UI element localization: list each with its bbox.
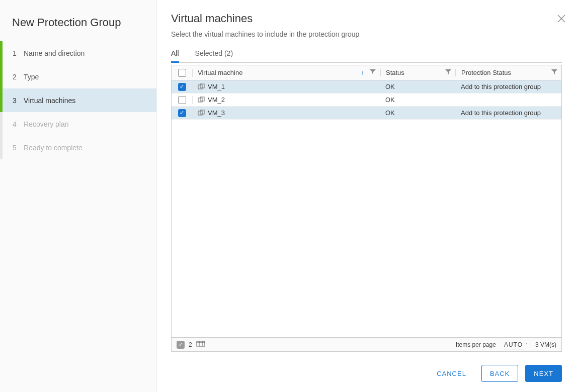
tab-selected[interactable]: Selected (2) — [195, 47, 233, 63]
step-virtual-machines[interactable]: 3 Virtual machines — [0, 88, 156, 112]
table-row[interactable]: VM_1 OK Add to this protection group — [172, 80, 561, 93]
step-ready-to-complete: 5 Ready to complete — [0, 136, 156, 159]
column-header-protection[interactable]: Protection Status — [456, 69, 561, 76]
tab-bar: All Selected (2) — [171, 47, 562, 63]
vm-status: OK — [380, 83, 456, 90]
row-checkbox[interactable] — [178, 109, 186, 117]
vm-name: VM_2 — [208, 96, 225, 104]
filter-icon[interactable] — [551, 69, 557, 76]
back-button[interactable]: BACK — [481, 365, 518, 382]
table-header-row: Virtual machine ↑ Status Protection Stat… — [172, 65, 561, 80]
step-name-and-direction[interactable]: 1 Name and direction — [0, 41, 156, 65]
vm-status: OK — [380, 109, 456, 117]
page-subtitle: Select the virtual machines to include i… — [171, 30, 562, 38]
vm-table: Virtual machine ↑ Status Protection Stat… — [171, 65, 562, 352]
chevron-up-icon: ˄ — [526, 343, 528, 348]
vm-icon — [198, 83, 205, 90]
cancel-button[interactable]: CANCEL — [429, 365, 474, 382]
step-type[interactable]: 2 Type — [0, 65, 156, 88]
table-footer: 2 Items per page AUTO˄ 3 VM(s) — [172, 337, 561, 351]
svg-marker-3 — [445, 69, 451, 74]
page-title: Virtual machines — [171, 10, 562, 30]
close-icon[interactable] — [557, 14, 566, 23]
svg-marker-4 — [551, 69, 557, 74]
vm-status: OK — [380, 96, 456, 104]
wizard-main: Virtual machines Select the virtual mach… — [157, 0, 578, 392]
wizard-steps: 1 Name and direction 2 Type 3 Virtual ma… — [0, 41, 156, 159]
row-checkbox[interactable] — [178, 83, 186, 91]
table-row[interactable]: VM_3 OK Add to this protection group — [172, 107, 561, 120]
select-all-checkbox[interactable] — [178, 69, 186, 77]
vm-protection-status: Add to this protection group — [456, 83, 561, 90]
wizard-sidebar: New Protection Group 1 Name and directio… — [0, 0, 157, 392]
svg-marker-2 — [370, 69, 376, 74]
wizard-footer: CANCEL BACK NEXT — [171, 352, 562, 382]
selected-count: 2 — [189, 341, 192, 348]
table-row[interactable]: VM_2 OK — [172, 93, 561, 107]
selected-count-icon — [177, 341, 185, 349]
tab-all[interactable]: All — [171, 47, 179, 63]
total-count: 3 VM(s) — [535, 341, 556, 348]
row-checkbox[interactable] — [178, 96, 186, 104]
items-per-page-label: Items per page — [456, 341, 496, 348]
step-recovery-plan: 4 Recovery plan — [0, 112, 156, 136]
svg-rect-11 — [197, 341, 205, 346]
sort-asc-icon[interactable]: ↑ — [361, 69, 364, 76]
column-header-vm[interactable]: Virtual machine ↑ — [193, 69, 380, 76]
column-settings-icon[interactable] — [196, 341, 205, 348]
vm-name: VM_3 — [208, 109, 225, 117]
items-per-page-select[interactable]: AUTO˄ — [503, 341, 528, 348]
vm-protection-status: Add to this protection group — [456, 109, 561, 117]
vm-icon — [198, 96, 205, 104]
filter-icon[interactable] — [445, 69, 451, 76]
vm-name: VM_1 — [208, 83, 225, 90]
vm-icon — [198, 110, 205, 117]
filter-icon[interactable] — [370, 69, 376, 76]
next-button[interactable]: NEXT — [525, 365, 562, 382]
wizard-title: New Protection Group — [0, 12, 156, 41]
column-header-status[interactable]: Status — [380, 69, 456, 76]
